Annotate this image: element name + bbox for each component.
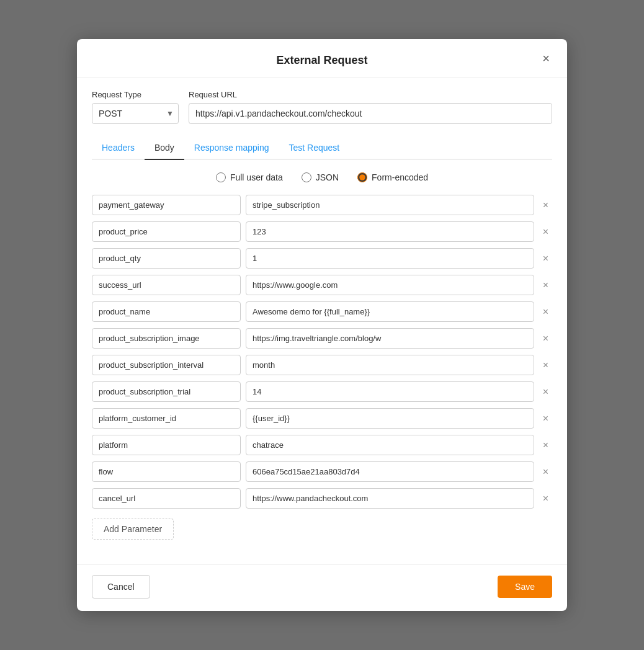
remove-param-button[interactable]: × <box>539 198 552 213</box>
param-value-input[interactable] <box>246 488 534 509</box>
request-url-input[interactable] <box>189 103 552 124</box>
tab-test-request[interactable]: Test Request <box>279 136 349 160</box>
request-type-label: Request Type <box>92 90 179 99</box>
table-row: × <box>92 381 552 402</box>
radio-json-label: JSON <box>316 172 339 182</box>
table-row: × <box>92 221 552 242</box>
remove-param-button[interactable]: × <box>539 465 552 479</box>
radio-form-encoded-label: Form-encoded <box>372 172 428 182</box>
remove-param-button[interactable]: × <box>539 251 552 266</box>
table-row: × <box>92 408 552 429</box>
param-value-input[interactable] <box>246 355 534 375</box>
table-row: × <box>92 248 552 269</box>
modal-header: External Request × <box>77 39 567 78</box>
request-url-group: Request URL <box>189 90 552 124</box>
modal-title: External Request <box>276 54 367 67</box>
table-row: × <box>92 195 552 215</box>
param-key-input[interactable] <box>92 355 241 375</box>
radio-json-input[interactable] <box>302 172 311 182</box>
remove-param-button[interactable]: × <box>539 491 552 506</box>
tab-response-mapping[interactable]: Response mapping <box>184 136 279 160</box>
table-row: × <box>92 328 552 349</box>
param-key-input[interactable] <box>92 195 241 215</box>
table-row: × <box>92 461 552 482</box>
radio-form-encoded[interactable]: Form-encoded <box>357 172 428 182</box>
remove-param-button[interactable]: × <box>539 358 552 373</box>
param-value-input[interactable] <box>246 195 534 215</box>
param-value-input[interactable] <box>246 408 534 429</box>
request-type-select[interactable]: POST GET PUT DELETE PATCH <box>92 103 179 124</box>
params-list: × × × × × × × × <box>92 195 552 509</box>
modal-footer: Cancel Save <box>77 564 567 611</box>
param-key-input[interactable] <box>92 275 241 295</box>
param-value-input[interactable] <box>246 435 534 455</box>
request-url-label: Request URL <box>189 90 552 99</box>
remove-param-button[interactable]: × <box>539 225 552 239</box>
request-type-group: Request Type POST GET PUT DELETE PATCH ▼ <box>92 90 179 124</box>
request-config-row: Request Type POST GET PUT DELETE PATCH ▼… <box>92 90 552 124</box>
table-row: × <box>92 301 552 322</box>
param-value-input[interactable] <box>246 301 534 322</box>
radio-full-user-data-label: Full user data <box>230 172 283 182</box>
radio-full-user-data[interactable]: Full user data <box>216 172 283 182</box>
param-value-input[interactable] <box>246 461 534 482</box>
remove-param-button[interactable]: × <box>539 331 552 346</box>
modal-body: Request Type POST GET PUT DELETE PATCH ▼… <box>77 78 567 564</box>
modal-overlay: External Request × Request Type POST GET… <box>0 0 644 650</box>
param-key-input[interactable] <box>92 328 241 349</box>
radio-full-user-data-input[interactable] <box>216 172 226 182</box>
param-key-input[interactable] <box>92 461 241 482</box>
param-value-input[interactable] <box>246 328 534 349</box>
tab-body[interactable]: Body <box>145 136 184 160</box>
close-button[interactable]: × <box>537 50 555 67</box>
tab-headers[interactable]: Headers <box>92 136 145 160</box>
tab-bar: Headers Body Response mapping Test Reque… <box>92 136 552 160</box>
param-value-input[interactable] <box>246 275 534 295</box>
param-key-input[interactable] <box>92 301 241 322</box>
remove-param-button[interactable]: × <box>539 385 552 399</box>
param-key-input[interactable] <box>92 408 241 429</box>
param-key-input[interactable] <box>92 435 241 455</box>
add-parameter-button[interactable]: Add Parameter <box>92 519 174 540</box>
request-type-select-wrapper: POST GET PUT DELETE PATCH ▼ <box>92 103 179 124</box>
param-key-input[interactable] <box>92 381 241 402</box>
table-row: × <box>92 435 552 455</box>
external-request-modal: External Request × Request Type POST GET… <box>77 39 567 611</box>
param-value-input[interactable] <box>246 381 534 402</box>
param-key-input[interactable] <box>92 488 241 509</box>
body-type-group: Full user data JSON Form-encoded <box>92 172 552 182</box>
param-key-input[interactable] <box>92 221 241 242</box>
remove-param-button[interactable]: × <box>539 305 552 319</box>
param-key-input[interactable] <box>92 248 241 269</box>
remove-param-button[interactable]: × <box>539 411 552 426</box>
save-button[interactable]: Save <box>498 576 552 598</box>
cancel-button[interactable]: Cancel <box>92 575 150 599</box>
table-row: × <box>92 275 552 295</box>
radio-json[interactable]: JSON <box>302 172 339 182</box>
remove-param-button[interactable]: × <box>539 278 552 293</box>
table-row: × <box>92 355 552 375</box>
table-row: × <box>92 488 552 509</box>
remove-param-button[interactable]: × <box>539 438 552 453</box>
param-value-input[interactable] <box>246 248 534 269</box>
param-value-input[interactable] <box>246 221 534 242</box>
radio-form-encoded-input[interactable] <box>357 172 367 182</box>
